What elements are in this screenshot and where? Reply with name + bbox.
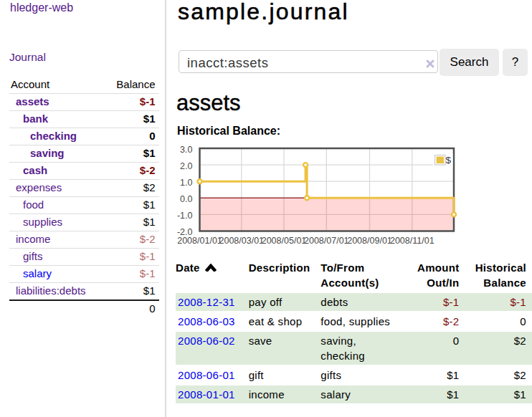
svg-text:2008/09/01: 2008/09/01 bbox=[347, 236, 392, 246]
svg-text:2008/07/01: 2008/07/01 bbox=[304, 236, 349, 246]
svg-text:2008/03/01: 2008/03/01 bbox=[219, 236, 265, 246]
svg-text:2008/11/01: 2008/11/01 bbox=[390, 236, 434, 246]
svg-text:2008/05/01: 2008/05/01 bbox=[262, 236, 307, 246]
svg-text:1.0: 1.0 bbox=[180, 178, 192, 188]
svg-text:-1.0: -1.0 bbox=[177, 211, 193, 221]
svg-text:2.0: 2.0 bbox=[180, 161, 192, 171]
svg-text:3.0: 3.0 bbox=[180, 145, 192, 155]
svg-text:0.0: 0.0 bbox=[180, 194, 192, 204]
svg-text:2008/01/01: 2008/01/01 bbox=[177, 236, 222, 246]
svg-text:$: $ bbox=[446, 155, 452, 166]
